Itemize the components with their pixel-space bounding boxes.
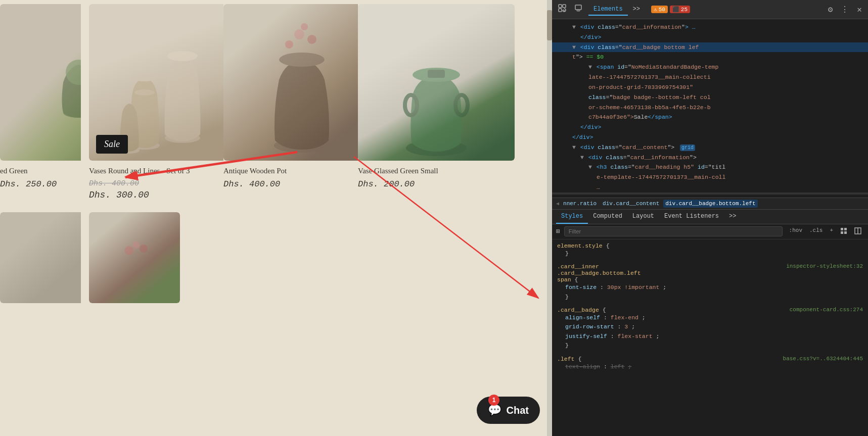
close-icon[interactable]: ✕ (855, 3, 864, 17)
more-icon[interactable]: ⋮ (839, 3, 851, 17)
css-rule-card-inner: .card__inner inspector-stylesheet:32 .ca… (557, 263, 863, 302)
tab-styles[interactable]: Styles (556, 210, 588, 224)
warnings-badge[interactable]: ⚠ 50 (651, 6, 668, 13)
html-line-4[interactable]: t"> == $0 (552, 52, 868, 62)
svg-rect-29 (841, 228, 843, 230)
product-price-partial: Dhs. 250.00 (0, 179, 81, 189)
inspect-icon[interactable] (556, 2, 568, 17)
breadcrumb-arrow-left[interactable]: ◀ (556, 201, 559, 207)
html-line-13[interactable]: ▼ <div class="card__content"> grid (552, 142, 868, 153)
product-price-wooden-pot: Dhs. 400.00 (223, 179, 350, 189)
css-rule-selector-2c: span { (557, 276, 863, 283)
html-line-10[interactable]: c7b44a0f3e6">Sale</span> (552, 112, 868, 122)
css-rule-close-1: } (557, 293, 863, 302)
css-rule-element-style: element.style { } (557, 243, 863, 258)
tab-layout[interactable]: Layout (627, 210, 659, 224)
errors-badge[interactable]: ⬛ 25 (670, 6, 690, 13)
html-line-1[interactable]: ▼ <div class="card__information"> … (552, 22, 868, 32)
scroll-track[interactable] (547, 0, 552, 436)
device-icon[interactable] (572, 2, 584, 17)
product-price-green-vase: Dhs. 200.00 (358, 179, 484, 189)
product-card-wooden-pot[interactable]: Antique Wooden Pot Dhs. 400.00 (223, 4, 350, 200)
html-line-2[interactable]: </div> (552, 32, 868, 42)
css-rule-card-badge: .card__badge { component-card.css:274 al… (557, 307, 863, 351)
sale-badge: Sale (96, 135, 128, 154)
css-rule-left: .left { base.css?v=..6324404:445 text-al… (557, 356, 863, 371)
filter-icon: ⊞ (556, 227, 560, 235)
html-line-5[interactable]: ▼ <span id="NoMediaStandardBadge-temp (552, 62, 868, 72)
html-line-8[interactable]: class="badge badge--bottom-left col (552, 92, 868, 103)
html-line-7[interactable]: on-product-grid-7833969754301" (552, 82, 868, 92)
product-image-lavender (0, 4, 81, 161)
filter-panel-btn[interactable] (852, 226, 864, 237)
tab-elements[interactable]: Elements (588, 4, 628, 16)
product-card-bottom1[interactable] (0, 212, 81, 303)
devtools-topbar: Elements >> ⚠ 50 ⬛ 25 ⚙ ⋮ ✕ (552, 0, 868, 19)
tab-more-styles[interactable]: >> (724, 210, 741, 224)
svg-point-6 (167, 51, 198, 61)
svg-point-11 (294, 29, 304, 39)
product-card-bottom2[interactable] (89, 212, 215, 303)
filter-cls-btn[interactable]: .cls (807, 226, 825, 237)
css-prop-text-align: text-align : left ; (557, 362, 863, 371)
html-line-9[interactable]: or-scheme-46573138-bb5a-4fe5-b22e-b (552, 103, 868, 113)
svg-point-4 (134, 89, 155, 95)
product-row-top: ed Green Dhs. 250.00 (0, 0, 552, 208)
product-title-partial: ed Green (0, 166, 81, 176)
product-image-bottom2 (89, 212, 180, 303)
scroll-thumb[interactable] (547, 10, 552, 40)
svg-rect-28 (577, 10, 580, 11)
product-image-green-vase (358, 4, 515, 161)
css-rule-close-2: } (557, 341, 863, 350)
css-rule-selector-3: .card__badge { component-card.css:274 (557, 307, 863, 313)
tab-computed[interactable]: Computed (588, 210, 627, 224)
html-line-12[interactable]: </div> (552, 132, 868, 142)
css-filter-input[interactable] (564, 226, 783, 236)
product-price-original-vases: Dhs. 400.00 (89, 179, 215, 188)
devtools-filter-row: ⊞ :hov .cls + (552, 224, 868, 239)
css-rules-area: element.style { } .card__inner inspector… (552, 239, 868, 436)
tab-more[interactable]: >> (628, 4, 645, 16)
svg-point-21 (140, 245, 148, 253)
html-line-17[interactable]: … (552, 182, 868, 192)
settings-icon[interactable]: ⚙ (826, 3, 835, 17)
filter-add-btn[interactable]: + (827, 226, 836, 237)
devtools-breadcrumb: ◀ nner.ratio div.card__content div.card_… (552, 198, 868, 210)
breadcrumb-item-ratio[interactable]: nner.ratio (561, 200, 599, 208)
chat-label: Chat (507, 405, 529, 416)
filter-hov-btn[interactable]: :hov (787, 226, 805, 237)
html-line-14[interactable]: ▼ <div class="card__information"> (552, 153, 868, 163)
html-line-6[interactable]: late--17447572701373__main-collecti (552, 72, 868, 82)
devtools-warnings: ⚠ 50 ⬛ 25 (651, 6, 690, 13)
svg-point-15 (405, 95, 417, 115)
shop-panel: ed Green Dhs. 250.00 (0, 0, 552, 436)
html-line-16[interactable]: e-template--17447572701373__main-coll (552, 172, 868, 182)
svg-rect-25 (563, 5, 566, 8)
svg-point-10 (285, 40, 293, 49)
filter-layout-btn[interactable] (838, 226, 850, 237)
css-prop-justify-self: justify-self : flex-start ; (557, 332, 863, 341)
svg-rect-30 (844, 228, 847, 230)
svg-point-20 (132, 241, 140, 249)
filter-buttons: :hov .cls + (787, 226, 864, 237)
css-prop-font-size: font-size : 30px !important ; (557, 283, 863, 292)
product-title-vases: Vases Round and Lines - Set of 3 (89, 166, 215, 176)
css-rule-selector-2: .card__inner inspector-stylesheet:32 (557, 263, 863, 270)
product-card-green-vase[interactable]: Vase Glassed Green Small Dhs. 200.00 (358, 4, 484, 200)
html-line-11[interactable]: </div> (552, 122, 868, 132)
css-rule-selector-4: .left { base.css?v=..6324404:445 (557, 356, 863, 362)
chat-notification-badge: 1 (488, 395, 499, 406)
breadcrumb-item-card-badge[interactable]: div.card__badge.bottom.left (663, 200, 757, 208)
product-card-vases[interactable]: Sale Vases Round and Lines - Set of 3 Dh… (89, 4, 215, 200)
breadcrumb-item-card-content[interactable]: div.card__content (601, 200, 661, 208)
html-line-15[interactable]: ▼ <h3 class="card__heading h5" id="titl (552, 162, 868, 172)
devtools-style-tabs: Styles Computed Layout Event Listeners >… (552, 210, 868, 224)
svg-point-19 (125, 246, 133, 255)
html-line-3[interactable]: ▼ <div class="card__badge bottom lef (552, 42, 868, 53)
devtools-resize-handle[interactable] (552, 192, 868, 195)
chat-button[interactable]: 💬 Chat 1 (477, 397, 540, 424)
product-card-partial[interactable]: ed Green Dhs. 250.00 (0, 4, 81, 200)
css-rule-selector: element.style { (557, 243, 863, 249)
tab-event-listeners[interactable]: Event Listeners (659, 210, 724, 224)
devtools-main-tabs: Elements >> (588, 4, 645, 16)
